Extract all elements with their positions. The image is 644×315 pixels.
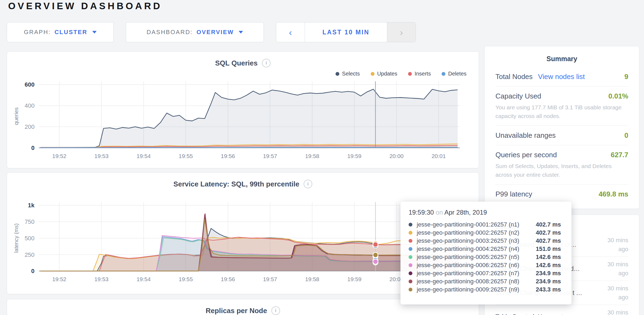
event-time: 30 mins ago bbox=[596, 236, 628, 254]
svg-text:19:55: 19:55 bbox=[179, 153, 193, 159]
time-range-next-button[interactable]: › bbox=[387, 22, 416, 42]
tooltip-node-name: jesse-geo-partitioning-0002:26257 (n2) bbox=[417, 229, 536, 236]
summary-row-qps: Queries per second 627.7 Sum of Selects,… bbox=[495, 145, 628, 184]
series-dot-icon bbox=[409, 239, 412, 243]
svg-text:20:00: 20:00 bbox=[389, 153, 403, 159]
svg-text:19:53: 19:53 bbox=[94, 153, 109, 159]
svg-text:0: 0 bbox=[31, 268, 34, 274]
qps-value: 627.7 bbox=[611, 151, 628, 159]
tooltip-node-value: 402.7 ms bbox=[536, 221, 561, 228]
event-time: 30 mins ago bbox=[596, 284, 628, 302]
series-dot-icon bbox=[409, 223, 412, 227]
graph-dropdown-label: GRAPH: bbox=[24, 29, 51, 36]
time-range-value[interactable]: LAST 10 MIN bbox=[305, 22, 387, 42]
tooltip-row: jesse-geo-partitioning-0006:26257 (n6)14… bbox=[409, 261, 563, 269]
series-dot-icon bbox=[409, 271, 412, 275]
svg-text:19:54: 19:54 bbox=[136, 276, 150, 282]
svg-text:19:56: 19:56 bbox=[221, 276, 235, 282]
tooltip-node-value: 402.7 ms bbox=[536, 237, 561, 244]
svg-text:1k: 1k bbox=[28, 202, 35, 209]
replicas-header: Replicas per Node i bbox=[7, 306, 479, 315]
total-nodes-value: 9 bbox=[625, 73, 628, 81]
svg-text:200: 200 bbox=[25, 123, 35, 130]
tooltip-node-value: 234.9 ms bbox=[536, 278, 561, 285]
svg-text:19:58: 19:58 bbox=[305, 153, 319, 159]
graph-dropdown[interactable]: GRAPH: CLUSTER bbox=[7, 22, 114, 42]
tooltip-node-name: jesse-geo-partitioning-0004:26257 (n4) bbox=[417, 245, 536, 252]
event-text: Table Created: User root cr… bbox=[495, 313, 596, 315]
dashboard-dropdown[interactable]: DASHBOARD: OVERVIEW bbox=[126, 22, 264, 42]
tooltip-node-value: 243.3 ms bbox=[536, 286, 561, 293]
svg-text:19:52: 19:52 bbox=[52, 153, 66, 159]
p99-latency-label: P99 latency bbox=[495, 190, 532, 198]
svg-text:latency (ms): latency (ms) bbox=[13, 224, 19, 253]
svg-text:19:54: 19:54 bbox=[137, 153, 151, 159]
event-time: 30 mins ago bbox=[596, 308, 628, 315]
tooltip-row: jesse-geo-partitioning-0002:26257 (n2)40… bbox=[409, 229, 563, 237]
svg-text:queries: queries bbox=[13, 107, 19, 125]
svg-text:600: 600 bbox=[25, 81, 35, 88]
sql-queries-chart[interactable]: 19:5219:5319:5419:5519:5619:5719:5819:59… bbox=[7, 52, 479, 168]
event-time: 30 mins ago bbox=[596, 260, 628, 278]
time-range-prev-button[interactable]: ‹ bbox=[276, 22, 305, 42]
tooltip-row: jesse-geo-partitioning-0001:26257 (n1)40… bbox=[409, 221, 563, 229]
tooltip-node-name: jesse-geo-partitioning-0008:26257 (n8) bbox=[417, 278, 536, 285]
tooltip-node-value: 151.0 ms bbox=[536, 245, 561, 252]
graph-dropdown-value: CLUSTER bbox=[54, 29, 87, 36]
capacity-label: Capacity Used bbox=[495, 92, 541, 100]
tooltip-node-name: jesse-geo-partitioning-0006:26257 (n6) bbox=[417, 262, 536, 269]
series-dot-icon bbox=[409, 247, 412, 251]
tooltip-node-value: 142.6 ms bbox=[536, 262, 561, 269]
summary-row-capacity: Capacity Used 0.01% You are using 177.7 … bbox=[495, 86, 628, 126]
summary-panel: Summary Total Nodes View nodes list 9 Ca… bbox=[484, 46, 639, 209]
capacity-subtext: You are using 177.7 MiB of 3.1 TiB usabl… bbox=[495, 103, 628, 120]
tooltip-row: jesse-geo-partitioning-0009:26257 (n9)24… bbox=[409, 286, 563, 294]
page-title: OVERVIEW DASHBOARD bbox=[8, 1, 162, 11]
tooltip-row: jesse-geo-partitioning-0005:26257 (n5)14… bbox=[409, 253, 563, 261]
series-dot-icon bbox=[409, 263, 412, 267]
time-range-selector: ‹ LAST 10 MIN › bbox=[276, 22, 416, 42]
capacity-value: 0.01% bbox=[608, 92, 628, 100]
series-dot-icon bbox=[409, 255, 412, 259]
svg-text:19:53: 19:53 bbox=[94, 276, 109, 282]
replicas-title: Replicas per Node bbox=[206, 307, 267, 315]
tooltip-node-name: jesse-geo-partitioning-0005:26257 (n5) bbox=[417, 254, 536, 261]
svg-text:19:57: 19:57 bbox=[263, 153, 277, 159]
tooltip-on: on bbox=[436, 209, 444, 216]
unavailable-ranges-value: 0 bbox=[625, 131, 628, 140]
svg-text:19:58: 19:58 bbox=[305, 276, 319, 282]
overview-dashboard-page: OVERVIEW DASHBOARD GRAPH: CLUSTER DASHBO… bbox=[0, 0, 644, 315]
tooltip-node-value: 142.6 ms bbox=[536, 254, 561, 261]
info-icon[interactable]: i bbox=[271, 306, 280, 315]
summary-row-unavailable: Unavailable ranges 0 bbox=[495, 126, 628, 145]
summary-title: Summary bbox=[495, 55, 628, 63]
tooltip-node-name: jesse-geo-partitioning-0009:26257 (n9) bbox=[417, 286, 536, 293]
tooltip-row: jesse-geo-partitioning-0008:26257 (n8)23… bbox=[409, 277, 563, 286]
dashboard-dropdown-value: OVERVIEW bbox=[196, 29, 234, 36]
sql-queries-card: SQL Queries i Selects Updates Inserts De… bbox=[7, 51, 479, 168]
event-row: Table Created: User root cr… 30 mins ago bbox=[495, 305, 628, 315]
svg-text:500: 500 bbox=[25, 235, 35, 242]
view-nodes-list-link[interactable]: View nodes list bbox=[538, 73, 585, 81]
svg-text:19:55: 19:55 bbox=[179, 276, 193, 282]
tooltip-row: jesse-geo-partitioning-0004:26257 (n4)15… bbox=[409, 245, 563, 253]
svg-text:19:57: 19:57 bbox=[263, 276, 277, 282]
tooltip-node-name: jesse-geo-partitioning-0007:26257 (n7) bbox=[417, 270, 536, 277]
tooltip-time: 19:59:30 bbox=[409, 209, 434, 216]
chevron-down-icon bbox=[239, 31, 243, 34]
tooltip-header: 19:59:30 on Apr 28th, 2019 bbox=[409, 209, 563, 216]
svg-text:400: 400 bbox=[25, 102, 35, 109]
p99-latency-value: 469.8 ms bbox=[599, 190, 628, 198]
qps-subtext: Sum of Selects, Updates, Inserts, and De… bbox=[495, 162, 628, 179]
tooltip-row: jesse-geo-partitioning-0003:26257 (n3)40… bbox=[409, 237, 563, 245]
summary-row-p99: P99 latency 469.8 ms bbox=[495, 184, 628, 204]
tooltip-node-value: 402.7 ms bbox=[536, 229, 561, 236]
summary-row-total-nodes: Total Nodes View nodes list 9 bbox=[495, 67, 628, 86]
tooltip-date: Apr 28th, 2019 bbox=[444, 209, 487, 216]
tooltip-node-value: 234.9 ms bbox=[536, 270, 561, 277]
series-dot-icon bbox=[409, 231, 412, 235]
qps-label: Queries per second bbox=[495, 151, 557, 159]
tooltip-node-name: jesse-geo-partitioning-0001:26257 (n1) bbox=[417, 221, 536, 228]
series-dot-icon bbox=[409, 280, 412, 283]
svg-text:19:59: 19:59 bbox=[347, 276, 362, 282]
